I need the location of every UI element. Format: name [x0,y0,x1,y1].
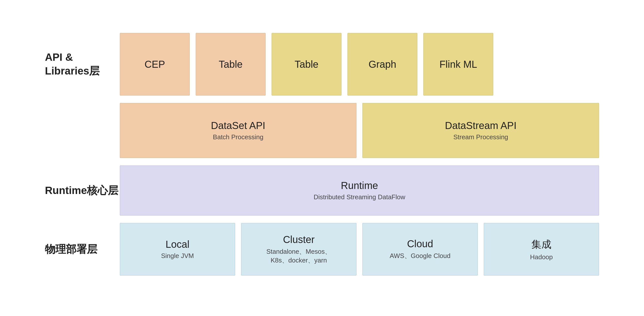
table-stream-box: Table [272,33,342,95]
table-batch-title: Table [219,59,242,70]
cluster-subtitle: Standalone、Mesos、 K8s、docker、yarn [266,247,331,265]
graph-title: Graph [368,59,396,70]
integration-box: 集成 Hadoop [484,223,599,275]
datastream-api-subtitle: Stream Processing [453,133,508,141]
flink-ml-box: Flink ML [423,33,493,95]
runtime-box: Runtime Distributed Streaming DataFlow [120,166,599,216]
local-subtitle: Single JVM [161,252,194,260]
local-box: Local Single JVM [120,223,235,275]
runtime-row: Runtime核心层 Runtime Distributed Streaming… [45,166,599,216]
deployment-label: 物理部署层 [45,242,120,256]
api-libraries-row1: API & Libraries层 CEP Table Table Graph F… [45,33,599,95]
cep-title: CEP [144,59,165,70]
datastream-api-box: DataStream API Stream Processing [362,103,599,158]
row1-boxes: CEP Table Table Graph Flink ML [120,33,599,95]
flink-ml-title: Flink ML [439,59,477,70]
api-libraries-label: API & Libraries层 [45,51,120,78]
dataset-api-box: DataSet API Batch Processing [120,103,356,158]
cluster-box: Cluster Standalone、Mesos、 K8s、docker、yar… [241,223,356,275]
row2-boxes: DataSet API Batch Processing DataStream … [120,103,599,158]
dataset-api-title: DataSet API [211,120,265,131]
deployment-content: Local Single JVM Cluster Standalone、Meso… [120,223,599,275]
deployment-row: 物理部署层 Local Single JVM Cluster Standalon… [45,223,599,275]
runtime-content: Runtime Distributed Streaming DataFlow [120,166,599,216]
runtime-subtitle: Distributed Streaming DataFlow [314,193,405,201]
cloud-box: Cloud AWS、Google Cloud [362,223,478,275]
cep-box: CEP [120,33,190,95]
api-libraries-row2: DataSet API Batch Processing DataStream … [45,103,599,158]
cloud-subtitle: AWS、Google Cloud [390,251,450,260]
flink-architecture-diagram: API & Libraries层 CEP Table Table Graph F… [35,18,609,298]
cloud-title: Cloud [407,238,433,249]
dataset-api-subtitle: Batch Processing [213,133,263,141]
datastream-api-title: DataStream API [445,120,517,131]
local-title: Local [166,239,190,250]
integration-title: 集成 [532,237,552,251]
runtime-title: Runtime [341,180,378,191]
table-batch-box: Table [196,33,266,95]
cluster-title: Cluster [283,234,315,245]
graph-box: Graph [348,33,417,95]
runtime-label: Runtime核心层 [45,184,120,198]
table-stream-title: Table [294,59,318,70]
integration-subtitle: Hadoop [530,253,553,261]
